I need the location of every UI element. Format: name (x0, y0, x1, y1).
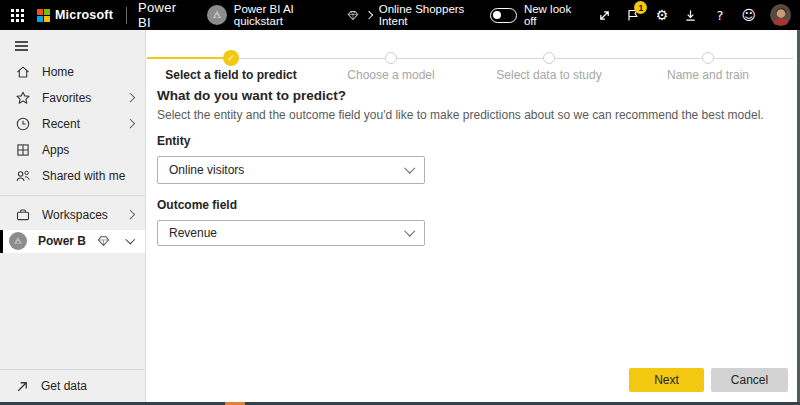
stepper-progress-line (147, 57, 231, 59)
sidebar-item-home[interactable]: Home (0, 59, 145, 85)
sidebar-item-label: Apps (42, 143, 133, 157)
nav-collapse-icon[interactable] (15, 41, 28, 51)
workspace-avatar (207, 5, 227, 25)
step-1-label[interactable]: Select a field to predict (146, 68, 316, 82)
chevron-down-icon (404, 163, 415, 174)
entity-dropdown[interactable]: Online visitors (157, 156, 425, 184)
nav-items: Home Favorites Recent Apps (0, 59, 145, 255)
check-icon: ✓ (227, 54, 235, 63)
next-button[interactable]: Next (629, 368, 704, 392)
people-icon (15, 168, 31, 184)
step-4-label[interactable]: Name and train (623, 68, 793, 82)
chevron-down-icon (404, 226, 415, 237)
apps-icon (15, 142, 31, 158)
topbar-divider (126, 7, 127, 24)
outcome-dropdown[interactable]: Revenue (157, 220, 425, 246)
chevron-down-icon (125, 235, 134, 244)
get-data-section: Get data (0, 369, 144, 402)
sidebar-item-apps[interactable]: Apps (0, 137, 145, 163)
step-3-indicator[interactable] (543, 52, 555, 64)
page-description: Select the entity and the outcome field … (157, 108, 777, 122)
chevron-right-icon (125, 119, 134, 128)
breadcrumb-page[interactable]: Online Shoppers Intent (379, 3, 490, 27)
top-bar: Microsoft Power BI Power BI AI quickstar… (0, 0, 800, 30)
arrow-up-right-icon (15, 379, 30, 394)
notification-badge: 1 (634, 1, 647, 14)
help-icon[interactable]: ? (712, 7, 727, 23)
microsoft-squares-icon (37, 9, 50, 22)
nav-sidebar: Home Favorites Recent Apps (0, 30, 146, 402)
sidebar-item-favorites[interactable]: Favorites (0, 85, 145, 111)
chevron-right-icon (125, 210, 134, 219)
premium-diamond-icon (97, 235, 110, 247)
new-look-toggle-group: New look off (490, 3, 583, 27)
microsoft-logo[interactable]: Microsoft (37, 8, 113, 22)
step-1-indicator[interactable]: ✓ (223, 50, 239, 66)
outcome-dropdown-value: Revenue (169, 226, 217, 240)
sidebar-item-label: Home (42, 65, 133, 79)
chevron-right-icon (125, 93, 134, 102)
feedback-smiley-icon[interactable]: ☺ (741, 7, 756, 23)
workspaces-icon (15, 207, 31, 223)
sidebar-item-label: Recent (42, 117, 116, 131)
breadcrumb: Power BI AI quickstart Online Shoppers I… (207, 3, 490, 27)
user-avatar[interactable] (770, 4, 791, 26)
powerbi-app-window: Microsoft Power BI Power BI AI quickstar… (0, 0, 800, 405)
entity-dropdown-value: Online visitors (169, 163, 244, 177)
step-3-label[interactable]: Select data to study (464, 68, 634, 82)
microsoft-wordmark: Microsoft (55, 8, 113, 22)
get-data-label: Get data (41, 379, 87, 393)
fullscreen-icon[interactable] (597, 7, 612, 23)
breadcrumb-workspace[interactable]: Power BI AI quickstart (234, 3, 340, 27)
sidebar-item-recent[interactable]: Recent (0, 111, 145, 137)
workspace-avatar-icon (9, 232, 27, 250)
download-icon[interactable] (683, 7, 698, 23)
sidebar-item-label: Favorites (42, 91, 116, 105)
premium-diamond-icon (347, 10, 359, 21)
step-2-indicator[interactable] (385, 52, 397, 64)
app-launcher-icon[interactable] (11, 9, 24, 22)
home-icon (15, 64, 31, 80)
sidebar-divider (0, 195, 145, 196)
settings-gear-icon[interactable]: ⚙ (654, 7, 669, 23)
get-data-button[interactable]: Get data (0, 370, 144, 402)
step-4-indicator[interactable] (702, 52, 714, 64)
notifications-icon[interactable]: 1 (626, 7, 641, 23)
page-title: What do you want to predict? (157, 88, 346, 103)
wizard-main: ✓ Select a field to predict Choose a mod… (147, 30, 797, 402)
new-look-toggle[interactable] (490, 8, 517, 23)
sidebar-item-label: Workspaces (42, 208, 116, 222)
sidebar-item-shared-with-me[interactable]: Shared with me (0, 163, 145, 189)
cancel-button[interactable]: Cancel (711, 368, 788, 392)
clock-icon (15, 116, 31, 132)
topbar-actions: New look off 1 ⚙ ? (490, 3, 800, 27)
entity-field-label: Entity (157, 134, 190, 148)
step-2-label[interactable]: Choose a model (306, 68, 476, 82)
sidebar-item-current-workspace[interactable]: Power BI AI q... (0, 230, 145, 253)
powerbi-wordmark[interactable]: Power BI (138, 0, 191, 30)
outcome-field-label: Outcome field (157, 198, 237, 212)
sidebar-item-label: Power BI AI q... (38, 234, 86, 248)
sidebar-item-workspaces[interactable]: Workspaces (0, 202, 145, 228)
breadcrumb-chevron-icon (365, 11, 373, 19)
sidebar-item-label: Shared with me (42, 169, 133, 183)
new-look-label: New look off (524, 3, 583, 27)
star-icon (15, 90, 31, 106)
